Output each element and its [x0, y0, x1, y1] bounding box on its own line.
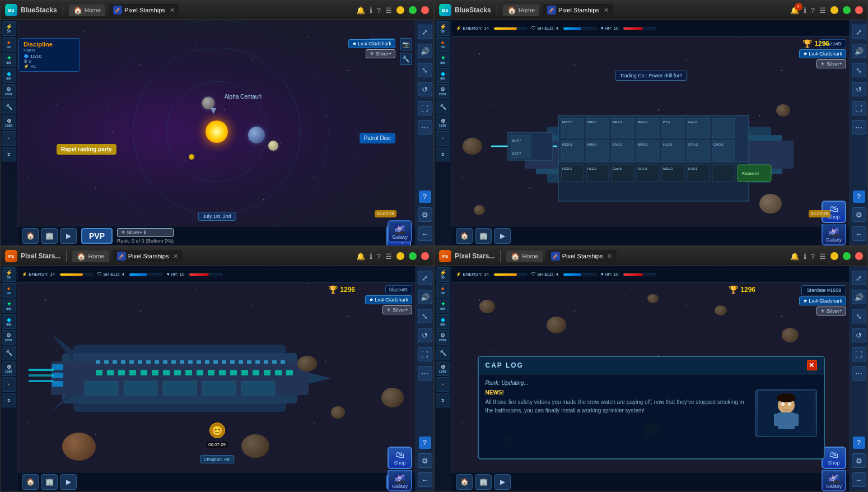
info-icon-q2[interactable]: ℹ — [804, 6, 806, 15]
game-tab-q3[interactable]: 🚀 Pixel Starships ✕ — [113, 250, 183, 262]
nav-house-btn-q1[interactable]: 🏠 — [22, 228, 39, 244]
close-tab-q3[interactable]: ✕ — [173, 253, 178, 260]
notification-icon-q4[interactable]: 🔔 — [790, 252, 799, 261]
back-side-q1[interactable]: ← — [418, 226, 432, 241]
settings-side-q2[interactable]: ⚙ — [852, 207, 866, 222]
caplog-close-btn-q4[interactable]: ✕ — [807, 360, 817, 370]
minimize-btn-q2[interactable] — [830, 6, 838, 14]
help-icon-q1[interactable]: ? — [377, 6, 381, 15]
help-btn-q2[interactable]: ? — [853, 191, 865, 203]
grid-side-q2[interactable]: ⛶ — [852, 101, 866, 115]
grid-side-q1[interactable]: ⛶ — [418, 101, 432, 115]
expand-side-q3[interactable]: ⤢ — [418, 271, 432, 285]
sound-side-q4[interactable]: 🔊 — [852, 290, 866, 304]
notification-icon-q1[interactable]: 🔔 — [356, 6, 365, 15]
game-tab-q1[interactable]: 🚀 Pixel Starships ✕ — [109, 4, 179, 16]
help-btn-q1[interactable]: ? — [419, 191, 431, 203]
sound-side-q2[interactable]: 🔊 — [852, 44, 866, 58]
settings-side-q1[interactable]: ⚙ — [418, 207, 432, 222]
settings-icon-q1[interactable]: 🔧 — [400, 53, 412, 65]
game-tab-q2[interactable]: 🚀 Pixel Starships ✕ — [543, 4, 613, 16]
notification-icon-q2[interactable]: 🔔4 — [790, 6, 799, 15]
close-tab-q1[interactable]: ✕ — [170, 7, 175, 14]
grid-side-q3[interactable]: ⛶ — [418, 347, 432, 361]
nav-forward-btn-q2[interactable]: ▶ — [494, 228, 511, 244]
nav-house-btn-q3[interactable]: 🏠 — [22, 474, 39, 490]
rotate-side-q1[interactable]: ↺ — [418, 82, 432, 96]
info-icon-q4[interactable]: ℹ — [804, 252, 806, 261]
nav-home-btn-q3[interactable]: 🏢 — [41, 474, 58, 490]
rotate-side-q4[interactable]: ↺ — [852, 328, 866, 342]
menu-icon-q3[interactable]: ☰ — [385, 252, 392, 261]
maximize-btn-q4[interactable] — [843, 252, 851, 260]
expand2-side-q1[interactable]: ⤡ — [418, 63, 432, 77]
help-btn-q3[interactable]: ? — [419, 437, 431, 449]
settings-side-q4[interactable]: ⚙ — [852, 453, 866, 468]
galaxy-btn-q1[interactable]: 🌌 Galaxy — [388, 220, 412, 243]
galaxy-btn-q4[interactable]: 🌌 Galaxy — [822, 470, 846, 491]
home-tab-q2[interactable]: 🏠 Home — [503, 4, 539, 16]
minimize-btn-q4[interactable] — [830, 252, 838, 260]
galaxy-btn-q3[interactable]: 🌌 Galaxy — [388, 470, 412, 491]
sound-side-q3[interactable]: 🔊 — [418, 290, 432, 304]
help-icon-q2[interactable]: ? — [811, 6, 815, 15]
close-btn-q3[interactable] — [421, 252, 429, 260]
rotate-side-q2[interactable]: ↺ — [852, 82, 866, 96]
nav-house-btn-q2[interactable]: 🏠 — [456, 228, 473, 244]
close-btn-q4[interactable] — [855, 252, 863, 260]
expand2-side-q2[interactable]: ⤡ — [852, 63, 866, 77]
minimize-btn-q3[interactable] — [396, 252, 404, 260]
help-icon-q3[interactable]: ? — [377, 252, 381, 261]
more-side-q3[interactable]: ⋯ — [418, 366, 432, 380]
nav-forward-btn-q3[interactable]: ▶ — [60, 474, 77, 490]
back-side-q3[interactable]: ← — [418, 472, 432, 487]
help-btn-q4[interactable]: ? — [853, 437, 865, 449]
pvp-button-q1[interactable]: PVP — [81, 228, 113, 244]
shop-btn-q3[interactable]: 🛍 Shop — [388, 447, 412, 469]
menu-icon-q2[interactable]: ☰ — [819, 6, 826, 15]
back-side-q4[interactable]: ← — [852, 472, 866, 487]
info-icon-q3[interactable]: ℹ — [370, 252, 372, 261]
expand2-side-q4[interactable]: ⤡ — [852, 309, 866, 323]
nav-home-btn-q2[interactable]: 🏢 — [475, 228, 492, 244]
sound-side-q1[interactable]: 🔊 — [418, 44, 432, 58]
menu-icon-q1[interactable]: ☰ — [385, 6, 392, 15]
settings-side-q3[interactable]: ⚙ — [418, 453, 432, 468]
menu-icon-q4[interactable]: ☰ — [819, 252, 826, 261]
galaxy-btn-q2[interactable]: 🌌 Galaxy — [822, 224, 846, 245]
expand-side-q1[interactable]: ⤢ — [418, 25, 432, 39]
expand-side-q4[interactable]: ⤢ — [852, 271, 866, 285]
close-tab-q4[interactable]: ✕ — [607, 253, 612, 260]
maximize-btn-q3[interactable] — [409, 252, 417, 260]
game-tab-q4[interactable]: 🚀 Pixel Starships ✕ — [547, 250, 617, 262]
info-icon-q1[interactable]: ℹ — [370, 6, 372, 15]
maximize-btn-q1[interactable] — [409, 6, 417, 14]
close-tab-q2[interactable]: ✕ — [604, 7, 609, 14]
home-tab-q4[interactable]: 🏠 Home — [506, 250, 543, 262]
nav-house-btn-q4[interactable]: 🏠 — [456, 474, 473, 490]
rotate-side-q3[interactable]: ↺ — [418, 328, 432, 342]
mission-label-q1[interactable]: Repel raiding party — [57, 144, 116, 155]
grid-side-q4[interactable]: ⛶ — [852, 347, 866, 361]
nav-home-btn-q4[interactable]: 🏢 — [475, 474, 492, 490]
nav-home-btn-q1[interactable]: 🏢 — [41, 228, 58, 244]
back-side-q2[interactable]: ← — [852, 226, 866, 241]
notification-icon-q3[interactable]: 🔔 — [356, 252, 365, 261]
expand2-side-q3[interactable]: ⤡ — [418, 309, 432, 323]
shop-btn-q4[interactable]: 🛍 Shop — [822, 447, 846, 469]
minimize-btn-q1[interactable] — [396, 6, 404, 14]
close-btn-q1[interactable] — [421, 6, 429, 14]
nav-forward-btn-q4[interactable]: ▶ — [494, 474, 511, 490]
more-side-q1[interactable]: ⋯ — [418, 120, 432, 134]
patrol-label-q1[interactable]: Patrol Disc — [360, 133, 395, 143]
expand-side-q2[interactable]: ⤢ — [852, 25, 866, 39]
help-icon-q4[interactable]: ? — [811, 252, 815, 261]
home-tab-q1[interactable]: 🏠 Home — [69, 4, 105, 16]
more-side-q2[interactable]: ⋯ — [852, 120, 866, 134]
close-btn-q2[interactable] — [855, 6, 863, 14]
maximize-btn-q2[interactable] — [843, 6, 851, 14]
nav-forward-btn-q1[interactable]: ▶ — [60, 228, 77, 244]
camera-icon-q1[interactable]: 📷 — [400, 38, 412, 50]
more-side-q4[interactable]: ⋯ — [852, 366, 866, 380]
home-tab-q3[interactable]: 🏠 Home — [72, 250, 109, 262]
